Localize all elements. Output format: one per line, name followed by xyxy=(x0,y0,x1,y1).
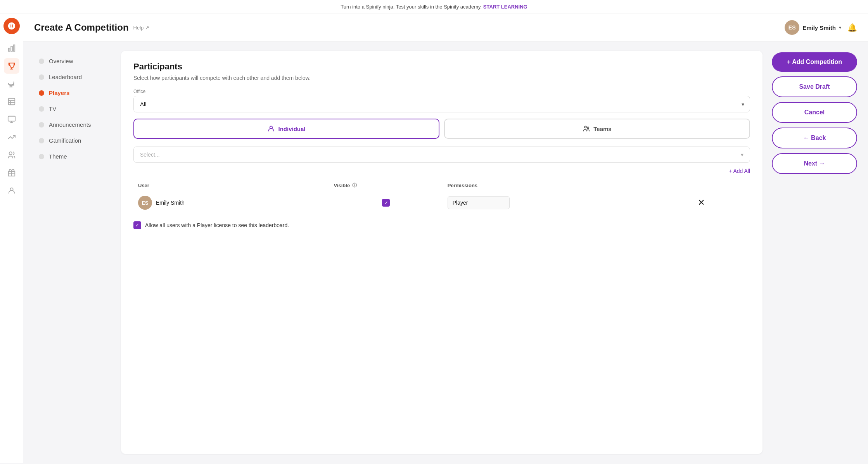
svg-point-14 xyxy=(584,126,586,128)
svg-point-10 xyxy=(9,152,12,155)
nav-item-tv[interactable]: TV xyxy=(34,102,112,116)
chevron-down-icon: ▾ xyxy=(741,152,744,158)
user-info[interactable]: ES Emily Smith ▾ xyxy=(785,20,841,35)
page-title: Create A Competition xyxy=(34,22,129,33)
col-header-permissions: Permissions xyxy=(443,179,693,192)
nav-item-players[interactable]: Players xyxy=(34,86,112,100)
add-competition-button[interactable]: + Add Competition xyxy=(772,52,857,72)
users-icon[interactable] xyxy=(4,147,19,163)
trophy-icon[interactable] xyxy=(4,58,19,74)
user-name: Emily Smith xyxy=(802,24,836,31)
office-field-group: Office All New York London Sydney ▾ xyxy=(133,89,750,112)
nav-dot xyxy=(39,59,44,64)
add-all-row: + Add All xyxy=(133,167,750,174)
nav-dot xyxy=(39,138,44,143)
gift-icon[interactable] xyxy=(4,165,19,181)
help-link[interactable]: Help ↗ xyxy=(133,25,150,31)
participants-table: User Visible ⓘ Permissions xyxy=(133,179,750,214)
external-link-icon: ↗ xyxy=(145,25,149,31)
person-icon[interactable] xyxy=(4,183,19,198)
nav-item-leaderboard[interactable]: Leaderboard xyxy=(34,70,112,84)
remove-button[interactable]: ✕ xyxy=(698,198,705,208)
permissions-cell: Player Admin Manager xyxy=(443,192,693,214)
header: Create A Competition Help ↗ ES Emily Smi… xyxy=(23,14,868,41)
logo-button[interactable] xyxy=(3,18,20,34)
monitor-icon[interactable] xyxy=(4,112,19,127)
nav-item-theme[interactable]: Theme xyxy=(34,149,112,164)
avatar: ES xyxy=(138,196,152,210)
visible-checkbox[interactable]: ✓ xyxy=(382,199,390,207)
user-cell-name: Emily Smith xyxy=(156,200,185,206)
svg-rect-2 xyxy=(13,45,15,52)
center-form: Participants Select how participants wil… xyxy=(121,51,763,454)
save-draft-button[interactable]: Save Draft xyxy=(772,76,857,97)
nav-dot xyxy=(39,74,44,80)
form-subtitle: Select how participants will compete wit… xyxy=(133,75,750,81)
svg-rect-3 xyxy=(8,98,15,105)
right-actions: + Add Competition Save Draft Cancel ← Ba… xyxy=(772,51,857,454)
next-button[interactable]: Next → xyxy=(772,153,857,174)
col-header-visible: Visible ⓘ xyxy=(329,179,443,192)
banner-cta[interactable]: START LEARNING xyxy=(483,4,527,10)
svg-rect-0 xyxy=(8,48,10,51)
svg-point-15 xyxy=(587,127,589,128)
visible-cell: ✓ xyxy=(329,192,443,214)
nav-dot xyxy=(39,154,44,159)
user-cell: ES Emily Smith xyxy=(133,192,329,214)
avatar: ES xyxy=(785,20,799,35)
nav-item-announcements[interactable]: Announcements xyxy=(34,117,112,132)
allow-license-label: Allow all users with a Player license to… xyxy=(145,222,289,228)
svg-rect-7 xyxy=(8,116,15,121)
info-icon: ⓘ xyxy=(352,182,357,189)
main-content: Overview Leaderboard Players TV Announce… xyxy=(23,41,868,463)
col-header-actions xyxy=(693,179,750,192)
cancel-button[interactable]: Cancel xyxy=(772,102,857,123)
back-button[interactable]: ← Back xyxy=(772,128,857,148)
permissions-select[interactable]: Player Admin Manager xyxy=(448,196,510,209)
office-label: Office xyxy=(133,89,750,94)
nav-dot xyxy=(39,106,44,112)
add-all-button[interactable]: + Add All xyxy=(729,168,750,174)
chevron-down-icon: ▾ xyxy=(839,25,841,30)
office-select-wrapper: All New York London Sydney ▾ xyxy=(133,96,750,112)
office-select[interactable]: All New York London Sydney xyxy=(134,96,750,112)
svg-rect-1 xyxy=(11,46,12,51)
form-title: Participants xyxy=(133,62,750,72)
table-row: ES Emily Smith ✓ Player Admin xyxy=(133,192,750,214)
individual-toggle[interactable]: Individual xyxy=(133,119,439,139)
col-header-user: User xyxy=(133,179,329,192)
banner-text: Turn into a Spinify ninja. Test your ski… xyxy=(341,4,482,10)
help-label: Help xyxy=(133,25,144,31)
chart-bar-icon[interactable] xyxy=(4,40,19,56)
toggle-group: Individual Teams xyxy=(133,119,750,139)
top-banner: Turn into a Spinify ninja. Test your ski… xyxy=(0,0,868,14)
trend-icon[interactable] xyxy=(4,129,19,145)
nav-dot-active xyxy=(39,90,44,96)
report-icon[interactable] xyxy=(4,94,19,109)
nav-dot xyxy=(39,122,44,128)
teams-toggle[interactable]: Teams xyxy=(444,119,750,139)
left-nav: Overview Leaderboard Players TV Announce… xyxy=(34,51,112,454)
icon-sidebar xyxy=(0,14,23,463)
allow-license-checkbox[interactable]: ✓ xyxy=(133,221,141,229)
nav-item-overview[interactable]: Overview xyxy=(34,54,112,68)
megaphone-icon[interactable] xyxy=(4,76,19,91)
nav-item-gamification[interactable]: Gamification xyxy=(34,133,112,148)
allow-license-row: ✓ Allow all users with a Player license … xyxy=(133,221,750,229)
select-users-dropdown[interactable]: Select... ▾ xyxy=(133,147,750,163)
bell-icon[interactable]: 🔔 xyxy=(847,23,857,32)
remove-cell: ✕ xyxy=(693,192,750,214)
